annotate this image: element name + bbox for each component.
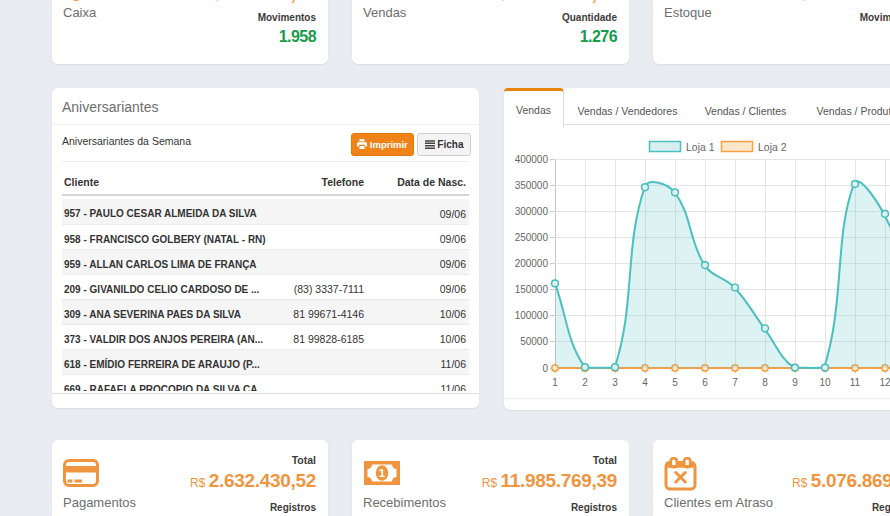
svg-text:400000: 400000 bbox=[515, 154, 549, 165]
svg-text:5: 5 bbox=[672, 377, 678, 388]
svg-text:1: 1 bbox=[379, 467, 386, 479]
svg-text:2: 2 bbox=[582, 377, 588, 388]
svg-text:0: 0 bbox=[542, 363, 548, 374]
svg-text:4: 4 bbox=[642, 377, 648, 388]
svg-text:200000: 200000 bbox=[515, 258, 549, 269]
svg-text:50000: 50000 bbox=[520, 336, 548, 347]
svg-text:8: 8 bbox=[762, 377, 768, 388]
svg-text:100000: 100000 bbox=[515, 310, 549, 321]
svg-text:10: 10 bbox=[819, 377, 831, 388]
svg-text:300000: 300000 bbox=[515, 206, 549, 217]
svg-text:Loja 1: Loja 1 bbox=[686, 141, 715, 153]
svg-text:Loja 2: Loja 2 bbox=[758, 141, 787, 153]
svg-text:350000: 350000 bbox=[515, 180, 549, 191]
svg-text:7: 7 bbox=[732, 377, 738, 388]
svg-text:3: 3 bbox=[612, 377, 618, 388]
svg-text:9: 9 bbox=[792, 377, 798, 388]
svg-text:12: 12 bbox=[879, 377, 890, 388]
svg-text:11: 11 bbox=[850, 377, 861, 388]
svg-text:150000: 150000 bbox=[515, 284, 549, 295]
svg-text:250000: 250000 bbox=[515, 232, 549, 243]
svg-text:6: 6 bbox=[702, 377, 708, 388]
svg-text:1: 1 bbox=[552, 377, 558, 388]
